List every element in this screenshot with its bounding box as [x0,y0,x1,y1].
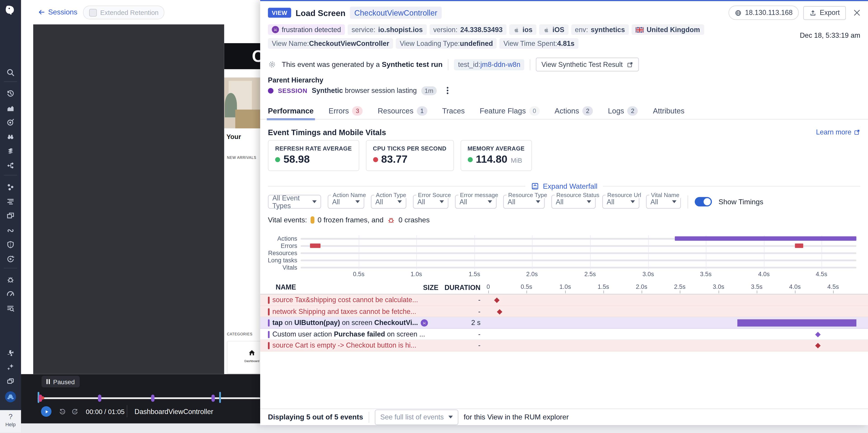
event-marker-bar[interactable] [737,319,857,327]
security-icon[interactable] [6,240,15,249]
infrastructure-icon[interactable] [6,183,15,191]
minimap-row-track [301,252,857,254]
column-header-size[interactable]: SIZE [410,284,438,291]
column-header-duration[interactable]: DURATION [443,284,480,291]
footer-suffix: for this View in the RUM explorer [464,413,569,421]
view-attribute-pill[interactable]: View Name:CheckoutViewController [268,38,393,49]
expand-waterfall-link[interactable]: Expand Waterfall [531,182,597,190]
full-list-select[interactable]: See full list of events [375,409,458,425]
event-marker-diamond[interactable] [497,309,502,314]
kebab-menu-icon[interactable] [445,86,450,95]
filter-resource-url[interactable]: Resource UrlAll [602,195,639,209]
monitors-icon[interactable] [6,118,15,127]
view-synthetic-test-result-button[interactable]: View Synthetic Test Result [536,58,639,71]
learn-more-link[interactable]: Learn more [816,128,860,136]
bug-icon[interactable] [6,275,15,284]
extended-retention-toggle[interactable]: Extended Retention [83,5,164,19]
event-row[interactable]: source Tax&shipping cost cannot be calcu… [260,295,868,306]
tag-pill[interactable]: ios [509,24,536,35]
close-icon[interactable] [852,8,861,17]
event-name-pill[interactable]: CheckoutViewController [350,6,442,19]
back-to-sessions-link[interactable]: Sessions [38,8,78,16]
workspaces-icon[interactable] [6,377,15,386]
tab-feature-flags[interactable]: Feature Flags0 [480,105,539,120]
paused-label: Paused [53,378,75,385]
minimap-row-track [301,260,857,261]
datadog-logo[interactable] [4,4,17,16]
parent-session-row[interactable]: SESSION Synthetic browser session lastin… [268,86,450,95]
filter-value: All [332,198,340,206]
filter-error-source[interactable]: Error SourceAll [413,195,448,209]
view-attribute-pill[interactable]: View Time Spent:4.81s [500,38,579,49]
ai-sparkles-icon[interactable] [6,363,15,371]
tab-traces[interactable]: Traces [442,105,465,120]
tab-errors[interactable]: Errors3 [329,105,363,120]
filter-error-message[interactable]: Error messageAll [455,195,497,209]
watchdog-icon[interactable] [6,132,15,141]
tag-pill[interactable]: version:24.338.53493 [430,24,506,35]
tag-pill[interactable]: United Kingdom [631,24,704,35]
scrubber-track[interactable] [38,397,260,399]
forward-10-button[interactable]: 10 [71,407,79,415]
layers-icon[interactable] [6,147,15,155]
tab-resources[interactable]: Resources1 [378,105,427,120]
gauge-icon[interactable] [6,289,15,298]
view-attribute-pill[interactable]: View Loading Type:undefined [396,38,497,49]
filter-resource-status[interactable]: Resource StatusAll [551,195,596,209]
play-button[interactable] [41,406,52,417]
minimap-event[interactable] [795,244,803,248]
event-row[interactable]: source Cart is empty -> Checkout button … [260,340,868,351]
tab-logs[interactable]: Logs2 [608,105,638,120]
minimap-event[interactable] [310,244,320,248]
tab-actions[interactable]: Actions2 [555,105,593,120]
filter-vital-name[interactable]: Vital NameAll [646,195,681,209]
help-icon[interactable]: ? [0,412,21,421]
filter-resource-type[interactable]: Resource TypeAll [503,195,545,209]
event-marker-diamond[interactable] [494,298,500,303]
tag-pill[interactable]: iOS [539,24,568,35]
tag-pill[interactable]: env:synthetics [571,24,629,35]
column-header-name[interactable]: NAME [276,283,296,291]
export-button[interactable]: Export [803,6,846,20]
test-id-pill[interactable]: test_id: jm8-ddn-w8n [454,59,524,70]
apm-icon[interactable] [6,226,15,235]
retention-label: Extended Retention [100,8,158,16]
pipelines-icon[interactable] [6,161,15,170]
vital-card-value: 83.77 [381,153,407,165]
search-icon[interactable] [6,68,15,77]
timeline-scrubber[interactable] [38,394,260,403]
audit-icon[interactable] [6,304,15,313]
show-timings-toggle[interactable] [694,197,712,207]
event-marker-diamond[interactable] [815,343,820,348]
replay-event-marker[interactable] [219,392,221,403]
rewind-10-button[interactable]: 10 [58,407,66,415]
logs-icon[interactable] [6,197,15,206]
current-view-label[interactable]: DashboardViewController [134,408,213,415]
vital-card-title: REFRESH RATE AVERAGE [275,145,352,152]
history-icon[interactable] [6,89,15,98]
tab-performance[interactable]: Performance [268,105,313,120]
sync-icon[interactable] [6,255,15,264]
event-row[interactable]: tap on UIButton(pay) on screen CheckoutV… [260,317,868,328]
minimap-event[interactable] [675,237,856,241]
filter-action-type[interactable]: Action TypeAll [371,195,406,209]
integrations-icon[interactable] [6,349,15,358]
bits-ai-icon[interactable] [4,391,17,403]
table-axis-tickmark [565,290,565,293]
rum-icon[interactable] [6,212,15,220]
tag-pill[interactable]: frustration detected [268,24,345,35]
ip-address-pill[interactable]: 18.130.113.168 [728,5,799,20]
playback-time: 00:00 / 01:05 [86,408,125,415]
event-type-filter[interactable]: All Event Types [268,195,321,209]
filter-action-name[interactable]: Action NameAll [328,195,364,209]
replay-event-marker[interactable] [98,395,101,402]
tab-attributes[interactable]: Attributes [653,105,684,120]
tag-pill[interactable]: service:io.shopist.ios [348,24,427,35]
event-row[interactable]: Custom user action Purchase failed on sc… [260,328,868,340]
event-marker-diamond[interactable] [815,332,820,337]
event-row[interactable]: network Shipping and taxes cannot be fet… [260,306,868,317]
metrics-icon[interactable] [6,103,15,112]
replay-event-marker[interactable] [212,395,215,402]
replay-event-marker[interactable] [41,396,44,400]
replay-event-marker[interactable] [151,395,155,402]
